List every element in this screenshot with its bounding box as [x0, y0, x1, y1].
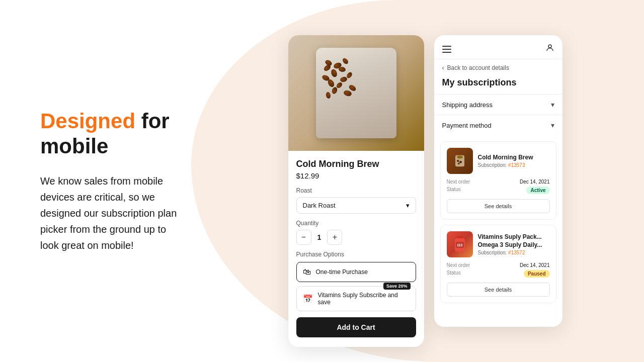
hero-description: We know sales from mobile devices are cr… — [40, 173, 186, 253]
subscribe-label: Vitamins Suply Subscribe and save — [318, 292, 410, 306]
status-label-2: Status — [447, 270, 497, 278]
sub-number-1: Subscription: #13573 — [478, 162, 550, 168]
shipping-address-accordion[interactable]: Shipping address ▾ — [434, 94, 562, 115]
product-price: $12.99 — [296, 171, 416, 180]
next-order-label-2: Next order — [447, 262, 497, 268]
shipping-address-chevron-icon: ▾ — [551, 101, 554, 109]
vitamins-bottle-icon: Ω3 — [447, 231, 473, 257]
calendar-icon: 📅 — [303, 294, 313, 304]
sub-number-2: Subscription: #13572 — [478, 250, 550, 255]
see-details-button-2[interactable]: See details — [447, 283, 550, 297]
coffee-bean — [331, 86, 338, 95]
status-label-1: Status — [447, 187, 497, 194]
sub-product-name-1: Cold Morning Brew — [478, 154, 550, 162]
sub-product-name-2: Vitamins Suply Pack... Omega 3 Suply Dai… — [478, 233, 550, 249]
quantity-control: − 1 + — [296, 230, 416, 245]
svg-point-4 — [459, 161, 462, 163]
coffee-bean — [325, 92, 331, 99]
quantity-decrease-button[interactable]: − — [296, 230, 311, 245]
payment-method-label: Payment method — [442, 122, 492, 129]
left-section: Designed for mobile We know sales from m… — [0, 0, 211, 362]
svg-point-2 — [457, 156, 463, 159]
roast-value: Dark Roast — [303, 202, 336, 209]
sub-card-info-2: Vitamins Suply Pack... Omega 3 Suply Dai… — [478, 233, 550, 255]
coffee-bean — [338, 66, 346, 72]
subscription-id-link-1[interactable]: #13573 — [508, 162, 525, 168]
sub-card-meta-2: Next order Dec 14, 2021 Status Paused — [447, 262, 550, 278]
coffee-bean — [343, 89, 352, 97]
coffee-bag-small-icon — [447, 148, 473, 174]
next-order-value-2: Dec 14, 2021 — [500, 262, 550, 268]
status-badge-active: Active — [526, 187, 549, 194]
svg-point-0 — [548, 45, 551, 48]
subscription-product-image-1 — [447, 148, 473, 174]
subscription-card-2: Ω3 Vitamins Suply Pack... Omega 3 Suply … — [440, 225, 556, 303]
roast-label: Roast — [296, 187, 416, 194]
next-order-value-1: Dec 14, 2021 — [500, 179, 550, 185]
right-section: Cold Morning Brew $12.99 Roast Dark Roas… — [211, 0, 644, 362]
quantity-value: 1 — [317, 233, 321, 241]
back-arrow-icon: ‹ — [442, 64, 444, 71]
coffee-bag-inner — [316, 48, 396, 138]
quantity-increase-button[interactable]: + — [327, 230, 342, 245]
status-badge-paused: Paused — [524, 270, 550, 278]
subscription-id-link-2[interactable]: #13572 — [508, 250, 525, 255]
shopping-bag-icon: 🛍 — [303, 267, 311, 277]
next-order-label-1: Next order — [447, 179, 497, 185]
sub-card-top-2: Ω3 Vitamins Suply Pack... Omega 3 Suply … — [447, 231, 550, 257]
payment-method-accordion[interactable]: Payment method ▾ — [434, 115, 562, 135]
subscription-product-image-2: Ω3 — [447, 231, 473, 257]
one-time-label: One-time Purchase — [316, 268, 368, 276]
shipping-address-label: Shipping address — [442, 101, 493, 109]
purchase-options-label: Purchase Options — [296, 251, 416, 258]
svg-text:Ω3: Ω3 — [457, 243, 462, 247]
subscribe-option[interactable]: Save 20% 📅 Vitamins Suply Subscribe and … — [296, 286, 416, 311]
hero-title: Designed for mobile — [40, 109, 186, 159]
back-label: Back to account details — [447, 64, 509, 71]
svg-point-3 — [457, 160, 459, 162]
save-badge: Save 20% — [383, 283, 411, 290]
product-info: Cold Morning Brew $12.99 Roast Dark Roas… — [288, 151, 424, 347]
status-value-1: Active — [500, 187, 550, 194]
phone-product: Cold Morning Brew $12.99 Roast Dark Roas… — [288, 35, 424, 347]
coffee-bag — [288, 35, 424, 151]
chevron-down-icon: ▾ — [406, 202, 410, 209]
subscription-list: Cold Morning Brew Subscription: #13573 N… — [434, 135, 562, 327]
sub-card-info-1: Cold Morning Brew Subscription: #13573 — [478, 154, 550, 168]
back-to-account-link[interactable]: ‹ Back to account details — [434, 59, 562, 73]
subscriptions-header — [434, 35, 562, 59]
coffee-beans — [321, 58, 391, 133]
sub-card-meta-1: Next order Dec 14, 2021 Status Active — [447, 179, 550, 194]
svg-rect-6 — [457, 236, 463, 238]
subscriptions-title: My subscriptions — [434, 73, 562, 94]
payment-method-chevron-icon: ▾ — [551, 121, 554, 129]
phone-subscriptions: ‹ Back to account details My subscriptio… — [434, 35, 562, 327]
roast-select[interactable]: Dark Roast ▾ — [296, 197, 416, 214]
coffee-bean — [330, 68, 338, 78]
svg-rect-10 — [459, 251, 461, 253]
add-to-cart-button[interactable]: Add to Cart — [296, 317, 416, 337]
quantity-label: Quantity — [296, 220, 416, 227]
hero-title-orange: Designed — [40, 109, 135, 133]
coffee-bean — [341, 58, 349, 65]
user-account-icon[interactable] — [545, 43, 554, 55]
sub-card-top-1: Cold Morning Brew Subscription: #13573 — [447, 148, 550, 174]
status-value-2: Paused — [500, 270, 550, 278]
product-image — [288, 35, 424, 151]
subscription-card-1: Cold Morning Brew Subscription: #13573 N… — [440, 141, 556, 220]
product-name: Cold Morning Brew — [296, 159, 416, 169]
see-details-button-1[interactable]: See details — [447, 199, 550, 213]
svg-point-5 — [457, 162, 459, 164]
one-time-purchase-option[interactable]: 🛍 One-time Purchase — [296, 262, 416, 282]
hamburger-menu-icon[interactable] — [442, 46, 451, 53]
